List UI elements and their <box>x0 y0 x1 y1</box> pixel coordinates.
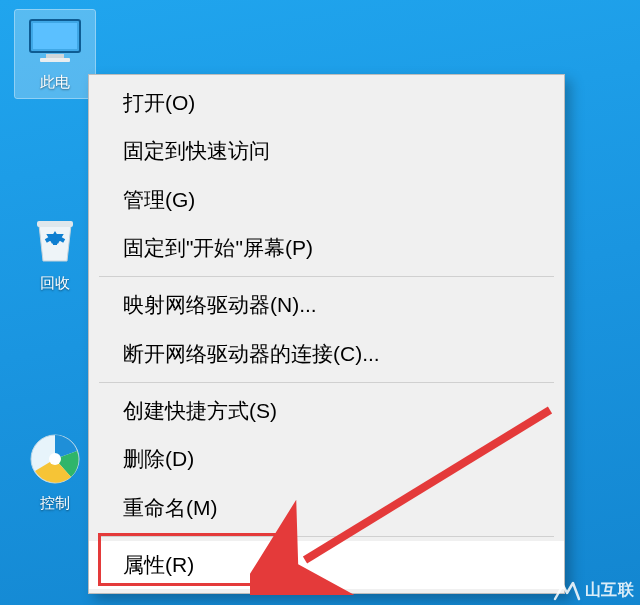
svg-rect-4 <box>37 221 73 227</box>
computer-icon <box>15 16 95 69</box>
svg-rect-2 <box>46 54 64 58</box>
watermark: 山互联 <box>553 580 635 601</box>
svg-rect-1 <box>33 23 77 49</box>
control-panel-icon <box>15 431 95 490</box>
desktop-icon-label: 回收 <box>15 274 95 299</box>
menu-separator <box>99 276 554 277</box>
watermark-text: 山互联 <box>585 580 635 601</box>
svg-rect-3 <box>40 58 70 62</box>
menu-item-map-drive[interactable]: 映射网络驱动器(N)... <box>89 281 564 329</box>
desktop-icon-label: 此电 <box>15 73 95 98</box>
desktop-icon-this-pc[interactable]: 此电 <box>15 10 95 98</box>
menu-item-open[interactable]: 打开(O) <box>89 79 564 127</box>
menu-item-pin-start[interactable]: 固定到"开始"屏幕(P) <box>89 224 564 272</box>
desktop-icon-control-panel[interactable]: 控制 <box>15 425 95 519</box>
context-menu: 打开(O) 固定到快速访问 管理(G) 固定到"开始"屏幕(P) 映射网络驱动器… <box>88 74 565 594</box>
desktop-background: 此电 回收 控制 <box>0 0 640 605</box>
recycle-bin-icon <box>15 211 95 270</box>
menu-item-properties[interactable]: 属性(R) <box>89 541 564 589</box>
menu-separator <box>99 382 554 383</box>
desktop-icon-recycle-bin[interactable]: 回收 <box>15 205 95 299</box>
menu-separator <box>99 536 554 537</box>
menu-item-disconnect-drive[interactable]: 断开网络驱动器的连接(C)... <box>89 330 564 378</box>
watermark-logo-icon <box>553 581 581 601</box>
menu-item-create-shortcut[interactable]: 创建快捷方式(S) <box>89 387 564 435</box>
menu-item-delete[interactable]: 删除(D) <box>89 435 564 483</box>
menu-item-rename[interactable]: 重命名(M) <box>89 484 564 532</box>
desktop-icon-label: 控制 <box>15 494 95 519</box>
menu-item-pin-quick-access[interactable]: 固定到快速访问 <box>89 127 564 175</box>
svg-point-6 <box>49 453 61 465</box>
menu-item-manage[interactable]: 管理(G) <box>89 176 564 224</box>
